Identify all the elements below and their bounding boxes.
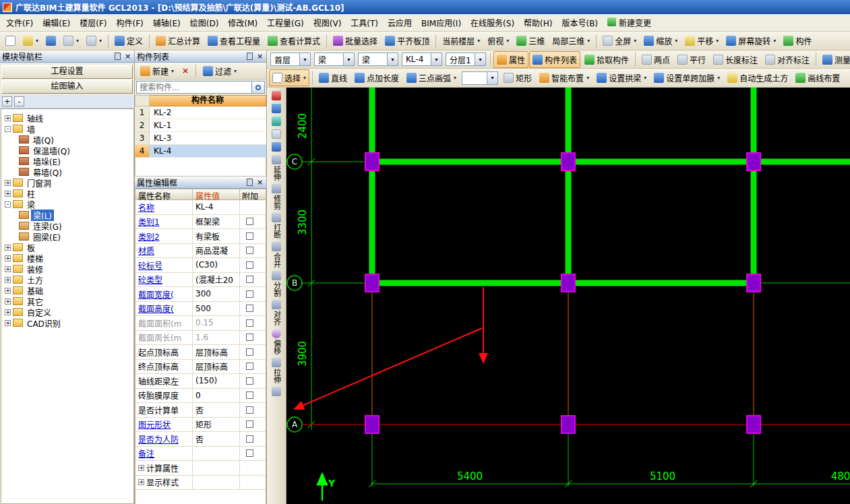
define-button[interactable]: 定义: [111, 32, 146, 49]
batch-select-button[interactable]: 批量选择: [330, 32, 381, 49]
menu-file[interactable]: 文件(F): [1, 14, 38, 31]
menu-view[interactable]: 视图(V): [309, 14, 346, 31]
expander-icon[interactable]: -: [5, 201, 11, 208]
menu-bim[interactable]: BIM应用(I): [417, 14, 466, 31]
property-value[interactable]: 300: [193, 287, 240, 301]
view-formula-button[interactable]: 查看计算式: [264, 32, 324, 49]
expander-icon[interactable]: +: [5, 266, 11, 272]
merge-tool[interactable]: 合并: [272, 242, 281, 267]
pick-component-button[interactable]: 拾取构件: [581, 51, 632, 68]
tree-item-beam-group[interactable]: -梁: [1, 199, 133, 210]
property-name[interactable]: 截面高度(: [135, 302, 193, 316]
category-select[interactable]: 梁▾: [314, 53, 355, 66]
property-value[interactable]: 矩形: [193, 418, 240, 432]
tree-item-column[interactable]: +柱: [1, 188, 133, 199]
extend-tool[interactable]: 延伸: [272, 155, 281, 181]
floor-select[interactable]: 首层▾: [270, 53, 311, 66]
delete-component-button[interactable]: ×: [179, 63, 192, 78]
expander-icon[interactable]: +: [5, 320, 11, 326]
table-row[interactable]: 1KL-2: [135, 106, 266, 119]
draw-input-button[interactable]: 绘图输入: [1, 80, 133, 94]
expander-icon[interactable]: +: [5, 288, 11, 294]
break-tool[interactable]: 打断: [272, 213, 281, 239]
project-settings-button[interactable]: 工程设置: [1, 65, 133, 79]
point-length-tool-button[interactable]: 点加长度: [351, 69, 402, 86]
menu-tools[interactable]: 工具(T): [346, 14, 383, 31]
tree-item-wall-group[interactable]: -墙: [1, 123, 133, 134]
drawing-canvas[interactable]: C B A 2400 3300 3900 5400 5100 480 Y: [286, 88, 850, 504]
tree-item-custom[interactable]: +自定义: [1, 307, 133, 317]
checkbox[interactable]: [246, 435, 253, 443]
collapse-all-button[interactable]: -: [14, 96, 24, 106]
property-value[interactable]: (混凝土20: [193, 273, 240, 287]
top-view-dropdown[interactable]: 俯视▾: [484, 32, 512, 49]
mirror-button[interactable]: [272, 117, 281, 126]
property-name[interactable]: 砼标号: [135, 258, 193, 272]
menu-modify[interactable]: 修改(M): [223, 14, 262, 31]
menu-online-service[interactable]: 在线服务(S): [466, 14, 519, 31]
checkbox[interactable]: [246, 363, 253, 370]
tree-item-beam[interactable]: 梁(L): [1, 210, 133, 220]
search-input[interactable]: [136, 81, 252, 94]
single-span-haunch-button[interactable]: 设置单跨加腋▾: [650, 69, 723, 86]
stretch-tool[interactable]: 拉伸: [272, 358, 281, 383]
property-name[interactable]: 截面宽度(: [135, 287, 193, 301]
checkbox[interactable]: [246, 319, 253, 327]
new-component-button[interactable]: 新建▾: [137, 63, 177, 80]
type-select[interactable]: 梁▾: [358, 53, 398, 66]
property-value[interactable]: 否: [193, 403, 240, 417]
search-button[interactable]: [252, 81, 265, 94]
flush-slab-top-button[interactable]: 平齐板顶: [382, 32, 433, 49]
drawing-area[interactable]: C B A 2400 3300 3900 5400 5100 480 Y: [286, 88, 850, 504]
expander-icon[interactable]: +: [138, 479, 144, 485]
tree-item-other[interactable]: +其它: [1, 296, 133, 307]
property-value[interactable]: 500: [193, 302, 240, 316]
rotate-button[interactable]: [272, 104, 281, 113]
auto-earthwork-button[interactable]: 自动生成土方: [724, 69, 791, 86]
close-icon[interactable]: ×: [255, 178, 264, 187]
align-tool[interactable]: 对齐: [272, 300, 281, 325]
expander-icon[interactable]: +: [5, 277, 11, 283]
tree-item-decoration[interactable]: +装修: [1, 263, 133, 274]
more-tool-button[interactable]: [272, 387, 281, 396]
table-row[interactable]: 3KL-3: [135, 132, 266, 145]
tree-item-insulation-wall[interactable]: 保温墙(Q): [1, 145, 133, 156]
expander-icon[interactable]: +: [5, 255, 11, 261]
checkbox[interactable]: [246, 449, 253, 457]
checkbox[interactable]: [246, 218, 253, 225]
property-name[interactable]: 类别1: [135, 215, 193, 229]
property-name[interactable]: 图元形状: [135, 418, 193, 432]
menu-component[interactable]: 构件(F): [112, 14, 148, 31]
property-group-display-style[interactable]: +显示样式: [135, 476, 266, 491]
open-file-button[interactable]: ▾: [20, 33, 42, 49]
tree-item-ring-beam[interactable]: 圈梁(E): [1, 231, 133, 242]
checkbox[interactable]: [246, 261, 253, 269]
current-floor-dropdown[interactable]: 当前楼层▾: [439, 32, 483, 49]
line-tool-button[interactable]: 直线: [315, 69, 351, 86]
pin-icon[interactable]: [115, 53, 121, 60]
new-file-button[interactable]: [2, 33, 19, 49]
pin-icon[interactable]: [247, 53, 253, 60]
table-row-selected[interactable]: 4KL-4: [135, 145, 266, 158]
tree-item-cad-recognition[interactable]: +CAD识别: [1, 317, 133, 328]
tree-item-coupling-beam[interactable]: 连梁(G): [1, 220, 133, 231]
menu-help[interactable]: 帮助(H): [519, 14, 557, 31]
property-value[interactable]: 框架梁: [193, 215, 240, 229]
property-value[interactable]: KL-4: [193, 200, 240, 214]
tree-item-door-window[interactable]: +门窗洞: [1, 177, 133, 188]
expand-all-button[interactable]: +: [2, 96, 12, 106]
property-value[interactable]: 层顶标高: [193, 345, 240, 359]
smart-layout-button[interactable]: 智能布置▾: [536, 69, 593, 86]
undo-button[interactable]: ▾: [60, 33, 82, 49]
property-value[interactable]: 层顶标高: [193, 360, 240, 374]
length-dimension-button[interactable]: 长度标注: [710, 51, 761, 68]
tree-item-wall-pier[interactable]: 墙垛(E): [1, 156, 133, 166]
property-value[interactable]: 0: [193, 389, 240, 403]
format-brush-button[interactable]: [272, 91, 281, 100]
property-name[interactable]: 类别2: [135, 229, 193, 243]
zoom-button[interactable]: 缩放▾: [640, 32, 681, 49]
menu-floor[interactable]: 楼层(F): [75, 14, 111, 31]
tree-item-slab[interactable]: +板: [1, 242, 133, 253]
property-group-calc-attributes[interactable]: +计算属性: [135, 461, 266, 476]
tree-item-foundation[interactable]: +基础: [1, 285, 133, 296]
